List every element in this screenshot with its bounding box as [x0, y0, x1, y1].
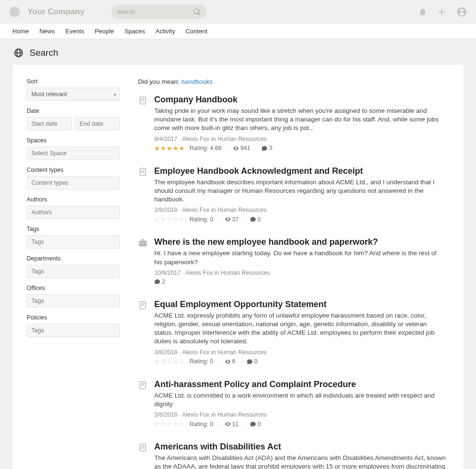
nav-people[interactable]: People	[95, 28, 114, 35]
result-body: Company HandbookTaking pride in your wor…	[154, 95, 446, 152]
result-item: Anti-harassment Policy and Complaint Pro…	[138, 379, 446, 428]
nav-home[interactable]: Home	[12, 28, 29, 35]
book-icon	[138, 300, 148, 310]
rating-text: Rating: 0	[189, 216, 213, 223]
eye-icon	[225, 216, 231, 222]
bell-icon[interactable]	[419, 8, 426, 16]
separator: ·	[226, 145, 228, 151]
result-body: Equal Employment Opportunity StatementAC…	[154, 299, 446, 365]
offices-select[interactable]: Tags	[27, 294, 120, 308]
nav-activity[interactable]: Activity	[156, 28, 175, 35]
rating-text: Rating: 0	[189, 421, 213, 428]
result-title[interactable]: Where is the new employee handbook and p…	[154, 237, 446, 247]
result-title[interactable]: Equal Employment Opportunity Statement	[154, 299, 446, 309]
did-you-mean-label: Did you mean:	[138, 78, 181, 85]
result-author[interactable]: Alexis Fox	[182, 136, 209, 142]
views-stat: 11	[225, 421, 239, 428]
top-bar: Your Company	[0, 0, 476, 24]
user-avatar-icon[interactable]	[457, 7, 466, 17]
result-item: Americans with Disabilities ActThe Ameri…	[138, 442, 446, 469]
did-you-mean-suggestion[interactable]: handbooks	[181, 78, 213, 85]
result-meta: 10/6/2017 · Alexis Fox in Human Resource…	[154, 269, 446, 276]
plus-icon[interactable]	[438, 8, 446, 16]
star-empty-icon: ☆	[160, 358, 166, 365]
globe-icon	[13, 48, 24, 58]
star-empty-icon: ☆	[160, 420, 166, 428]
authors-select[interactable]: Authors	[27, 206, 120, 219]
result-icon	[138, 442, 148, 469]
result-title[interactable]: Employee Handbook Acknowledgment and Rec…	[154, 166, 446, 176]
comment-icon	[154, 279, 160, 285]
content-types-select[interactable]: Content types	[27, 176, 120, 190]
stars: ★★★★★	[154, 145, 185, 152]
global-search[interactable]	[111, 5, 207, 19]
logo-circle	[10, 7, 20, 17]
policies-label: Policies	[27, 314, 120, 321]
result-title[interactable]: Anti-harassment Policy and Complaint Pro…	[154, 379, 446, 389]
views-count: 6	[232, 358, 236, 365]
nav-news[interactable]: News	[40, 28, 55, 35]
separator: ·	[218, 421, 219, 428]
global-search-input[interactable]	[117, 9, 193, 15]
result-snippet: The employee handbook describes importan…	[154, 178, 446, 204]
company-name: Your Company	[28, 7, 85, 17]
result-item: Employee Handbook Acknowledgment and Rec…	[138, 166, 446, 223]
comments-count: 0	[258, 216, 261, 223]
result-title[interactable]: Company Handbook	[154, 95, 446, 105]
star-icon: ★	[154, 145, 160, 152]
result-meta: 3/8/2018 · Alexis Fox in Human Resources	[154, 349, 446, 356]
stars: ☆☆☆☆☆	[154, 358, 185, 365]
rating-text: Rating: 4.68	[189, 145, 221, 151]
comments-count: 0	[258, 421, 261, 428]
result-author[interactable]: Alexis Fox	[182, 349, 209, 356]
result-space[interactable]: Human Resources	[218, 349, 267, 356]
result-item: Company HandbookTaking pride in your wor…	[138, 95, 446, 152]
result-title[interactable]: Americans with Disabilities Act	[154, 442, 446, 452]
result-date: 10/6/2017	[154, 269, 181, 276]
star-empty-icon: ☆	[179, 358, 185, 365]
result-icon	[138, 95, 148, 152]
nav-bar: Home News Events People Spaces Activity …	[0, 24, 476, 39]
spaces-select[interactable]: Select Space	[27, 147, 120, 160]
comment-icon	[247, 359, 253, 365]
comments-count: 2	[162, 279, 165, 285]
result-space[interactable]: Human Resources	[218, 411, 267, 418]
comment-icon	[250, 421, 256, 427]
star-empty-icon: ☆	[167, 216, 172, 223]
star-icon: ★	[160, 145, 166, 152]
nav-events[interactable]: Events	[65, 28, 84, 35]
star-empty-icon: ☆	[154, 358, 160, 365]
comments-count: 3	[269, 145, 272, 151]
nav-content[interactable]: Content	[186, 28, 208, 35]
stars: ☆☆☆☆☆	[154, 216, 185, 223]
sort-select[interactable]: Most relevant	[27, 88, 120, 101]
result-stats: ☆☆☆☆☆ Rating: 0·37·0	[154, 216, 446, 223]
policies-select[interactable]: Tags	[27, 324, 120, 337]
result-space[interactable]: Human Resources	[218, 207, 267, 213]
result-stats: ★★★★★ Rating: 4.68·941·3	[154, 145, 446, 152]
result-stats: ☆☆☆☆☆ Rating: 0·6·0	[154, 358, 446, 365]
eye-icon	[225, 421, 231, 427]
result-author[interactable]: Alexis Fox	[185, 269, 213, 276]
star-empty-icon: ☆	[167, 358, 172, 365]
end-date-input[interactable]	[75, 117, 120, 130]
authors-label: Authors	[27, 196, 120, 203]
star-empty-icon: ☆	[173, 216, 178, 223]
star-empty-icon: ☆	[167, 420, 172, 428]
comments-stat: 0	[250, 421, 261, 428]
result-author[interactable]: Alexis Fox	[182, 411, 209, 418]
separator: ·	[255, 145, 257, 151]
start-date-input[interactable]	[27, 117, 72, 130]
star-empty-icon: ☆	[160, 216, 166, 223]
departments-select[interactable]: Tags	[27, 265, 120, 278]
content-types-label: Content types	[27, 167, 120, 173]
star-icon: ★	[167, 145, 172, 152]
result-author[interactable]: Alexis Fox	[182, 207, 209, 213]
stars: ☆☆☆☆☆	[154, 420, 185, 428]
result-space[interactable]: Human Resources	[221, 269, 270, 276]
nav-spaces[interactable]: Spaces	[124, 28, 145, 35]
views-stat: 6	[225, 358, 236, 365]
result-space[interactable]: Human Resources	[218, 136, 267, 142]
result-icon	[138, 237, 148, 285]
tags-select[interactable]: Tags	[27, 235, 120, 249]
